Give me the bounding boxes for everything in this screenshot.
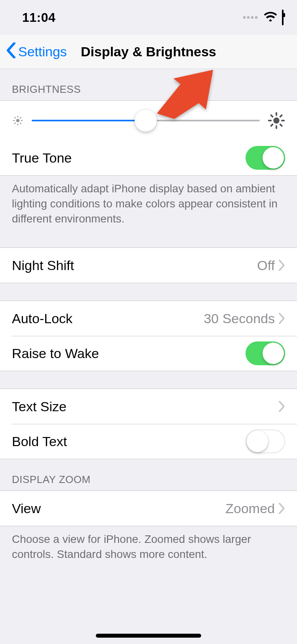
nav-bar: Settings Display & Brightness	[0, 35, 297, 69]
raise-to-wake-cell: Raise to Wake	[0, 336, 297, 371]
night-shift-group: Night Shift Off	[0, 247, 297, 283]
chevron-right-icon	[279, 401, 285, 412]
bold-text-switch[interactable]	[246, 429, 285, 453]
chevron-right-icon	[279, 313, 285, 324]
svg-line-14	[271, 115, 272, 117]
auto-lock-cell[interactable]: Auto-Lock 30 Seconds	[0, 301, 297, 336]
svg-point-0	[16, 119, 19, 122]
wifi-icon	[264, 10, 277, 25]
true-tone-switch[interactable]	[246, 146, 285, 170]
display-zoom-header: Display Zoom	[0, 459, 297, 491]
chevron-left-icon	[6, 42, 16, 61]
cellular-dots-icon	[243, 16, 257, 19]
zoom-group: View Zoomed	[0, 491, 297, 526]
text-size-label: Text Size	[12, 399, 67, 414]
night-shift-label: Night Shift	[12, 258, 74, 273]
back-button[interactable]: Settings	[0, 42, 67, 61]
svg-line-8	[20, 117, 21, 118]
svg-point-9	[273, 117, 279, 123]
view-label: View	[12, 501, 41, 516]
raise-to-wake-label: Raise to Wake	[12, 346, 99, 361]
lock-group: Auto-Lock 30 Seconds Raise to Wake	[0, 301, 297, 371]
back-label: Settings	[18, 44, 67, 59]
auto-lock-value: 30 Seconds	[204, 311, 275, 326]
sun-max-icon	[268, 112, 285, 129]
view-value: Zoomed	[225, 501, 275, 516]
brightness-slider-cell	[0, 101, 297, 140]
text-group: Text Size Bold Text	[0, 389, 297, 459]
svg-line-15	[280, 125, 282, 126]
bold-text-cell: Bold Text	[0, 424, 297, 459]
true-tone-footer: Automatically adapt iPhone display based…	[0, 176, 297, 230]
true-tone-cell: True Tone	[0, 140, 297, 175]
true-tone-label: True Tone	[12, 150, 72, 166]
svg-line-17	[280, 115, 282, 117]
brightness-slider[interactable]	[32, 120, 260, 121]
raise-to-wake-switch[interactable]	[246, 341, 285, 365]
brightness-header: Brightness	[0, 69, 297, 100]
sun-min-icon	[12, 115, 24, 126]
svg-line-5	[15, 117, 15, 118]
text-size-cell[interactable]: Text Size	[0, 389, 297, 424]
svg-line-6	[20, 123, 21, 124]
chevron-right-icon	[279, 260, 285, 271]
bold-text-label: Bold Text	[12, 434, 67, 449]
night-shift-value: Off	[257, 258, 275, 273]
status-time: 11:04	[22, 10, 55, 25]
home-indicator	[96, 634, 201, 638]
svg-line-7	[15, 123, 15, 124]
battery-icon	[282, 10, 284, 25]
chevron-right-icon	[279, 503, 285, 514]
auto-lock-label: Auto-Lock	[12, 311, 72, 326]
svg-line-16	[271, 125, 272, 126]
brightness-group: True Tone	[0, 100, 297, 176]
brightness-slider-thumb[interactable]	[135, 109, 157, 132]
night-shift-cell[interactable]: Night Shift Off	[0, 248, 297, 283]
zoom-footer: Choose a view for iPhone. Zoomed shows l…	[0, 526, 297, 566]
status-indicators	[243, 10, 284, 25]
status-bar: 11:04	[0, 0, 297, 35]
view-cell[interactable]: View Zoomed	[0, 491, 297, 526]
